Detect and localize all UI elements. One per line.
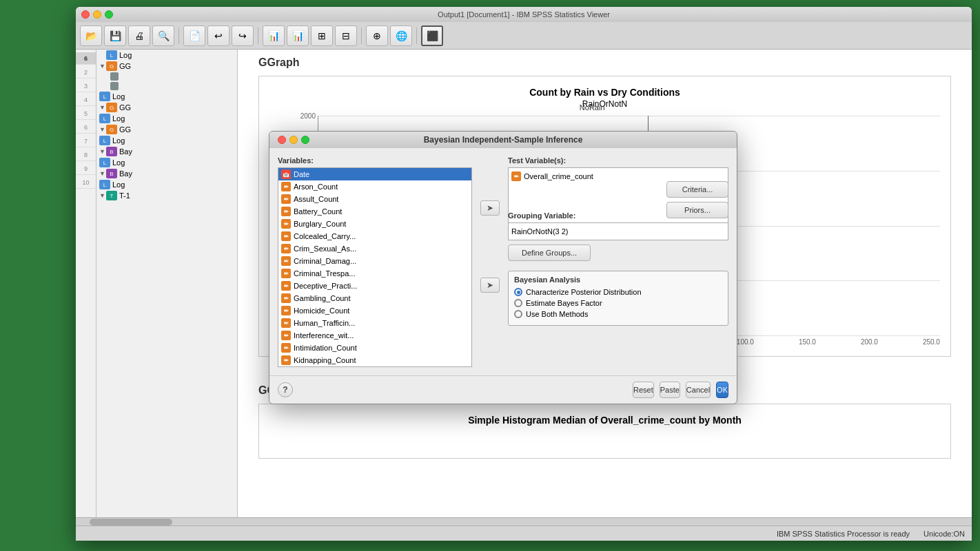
var-item-10[interactable]: ✏Gambling_Count <box>278 292 471 304</box>
help-btn[interactable]: ? <box>278 382 293 397</box>
radio-estimate-dot[interactable] <box>514 299 522 307</box>
sidebar-log-label2: Log <box>112 92 125 101</box>
var-item-5[interactable]: ✏Colcealed_Carry... <box>278 230 471 242</box>
criteria-btn[interactable]: Criteria... <box>666 181 728 198</box>
sidebar-log-label4: Log <box>112 136 125 145</box>
toolbar-globe[interactable]: 🌐 <box>390 25 412 46</box>
var-item-13[interactable]: ✏Interference_wit... <box>278 329 471 342</box>
var-item-4[interactable]: ✏Burglary_Count <box>278 218 471 230</box>
minimize-button[interactable] <box>93 10 101 19</box>
toolbar-pivot[interactable]: ⊕ <box>366 25 388 46</box>
var-label-7: Criminal_Damag... <box>294 257 356 265</box>
ok-btn[interactable]: OK <box>716 382 728 398</box>
sidebar-sub-icon2 <box>110 82 119 90</box>
toolbar-export[interactable]: 📄 <box>183 25 205 46</box>
grouping-variable-input[interactable] <box>508 222 728 240</box>
toolbar-table[interactable]: ⊞ <box>311 25 333 46</box>
sidebar-item-log6[interactable]: L Log <box>96 179 237 190</box>
toolbar-chart1[interactable]: 📊 <box>263 25 285 46</box>
sidebar-arrow-t1: ▼ <box>99 192 106 199</box>
sidebar-item-gg3[interactable]: ▼ G GG <box>96 124 237 135</box>
sidebar-gg-label3: GG <box>119 125 131 134</box>
sidebar-item-gg1[interactable]: ▼ G GG <box>96 61 237 72</box>
toolbar-redo[interactable]: ↪ <box>232 25 254 46</box>
sidebar-log-label5: Log <box>112 158 125 167</box>
status-bar: IBM SPSS Statistics Processor is ready U… <box>76 526 972 541</box>
modal-max-btn[interactable] <box>301 136 309 144</box>
sidebar-item-log2[interactable]: L Log <box>96 91 237 102</box>
sidebar-item-log4[interactable]: L Log <box>96 135 237 146</box>
toolbar-save[interactable]: 💾 <box>104 25 126 46</box>
move-to-test-btn[interactable]: ➤ <box>480 200 500 216</box>
toolbar-grid[interactable]: ⊟ <box>335 25 357 46</box>
sidebar-sub2[interactable] <box>96 81 237 91</box>
toolbar-search[interactable]: 🔍 <box>152 25 174 46</box>
variables-list[interactable]: 📅Date✏Arson_Count✏Assult_Count✏Battery_C… <box>278 167 472 367</box>
var-item-7[interactable]: ✏Criminal_Damag... <box>278 255 471 267</box>
sidebar-log-icon6: L <box>99 180 110 189</box>
reset-btn[interactable]: Reset <box>633 382 654 398</box>
toolbar-open[interactable]: 📂 <box>80 25 102 46</box>
x-label-150r: 150.0 <box>799 338 816 346</box>
var-item-2[interactable]: ✏Assult_Count <box>278 193 471 205</box>
bayesian-dialog[interactable]: Bayesian Independent-Sample Inference Va… <box>269 131 737 404</box>
var-item-0[interactable]: 📅Date <box>278 168 471 180</box>
toolbar-print[interactable]: 🖨 <box>128 25 150 46</box>
radio-both[interactable]: Use Both Methods <box>514 310 722 318</box>
radio-both-dot[interactable] <box>514 310 522 318</box>
sidebar-item-log3[interactable]: L Log <box>96 113 237 124</box>
var-item-14[interactable]: ✏Intimidation_Count <box>278 342 471 354</box>
var-label-14: Intimidation_Count <box>294 344 357 352</box>
close-button[interactable] <box>81 10 90 19</box>
sidebar-arrow-gg3: ▼ <box>99 126 106 133</box>
sidebar-sub1[interactable] <box>96 72 237 81</box>
var-item-8[interactable]: ✏Criminal_Trespa... <box>278 267 471 280</box>
paste-btn[interactable]: Paste <box>660 382 680 398</box>
radio-estimate[interactable]: Estimate Bayes Factor <box>514 299 722 307</box>
var-icon-8: ✏ <box>281 269 291 278</box>
modal-close-btn[interactable] <box>278 136 286 144</box>
var-item-15[interactable]: ✏Kidnapping_Count <box>278 354 471 366</box>
var-item-12[interactable]: ✏Human_Trafficin... <box>278 317 471 329</box>
var-label-1: Arson_Count <box>294 183 338 191</box>
var-icon-5: ✏ <box>281 231 291 241</box>
cancel-btn[interactable]: Cancel <box>686 382 711 398</box>
var-icon-7: ✏ <box>281 256 291 266</box>
sidebar-item-t1[interactable]: ▼ T T-1 <box>96 190 237 201</box>
sidebar-item-log1[interactable]: L Log <box>96 50 237 61</box>
modal-variables-panel: Variables: 📅Date✏Arson_Count✏Assult_Coun… <box>278 156 472 367</box>
row-num-6: 6 <box>76 121 96 134</box>
scrollbar-thumb[interactable] <box>90 519 172 526</box>
toolbar-chart2[interactable]: 📊 <box>287 25 309 46</box>
var-item-3[interactable]: ✏Battery_Count <box>278 205 471 218</box>
sidebar-sub-icon1 <box>110 72 119 81</box>
toolbar-sep-1 <box>178 28 179 44</box>
row-num-5: 5 <box>76 107 96 120</box>
var-label-2: Assult_Count <box>294 195 338 203</box>
toolbar-undo[interactable]: ↩ <box>207 25 229 46</box>
sidebar-arrow-gg1: ▼ <box>99 63 106 70</box>
define-groups-btn[interactable]: Define Groups... <box>508 245 591 261</box>
var-item-6[interactable]: ✏Crim_Sexual_As... <box>278 242 471 255</box>
sidebar: L Log ▼ G GG L Log ▼ G GG <box>96 50 238 517</box>
sidebar-item-bay2[interactable]: ▼ B Bay <box>96 168 237 179</box>
sidebar-gg-icon3: G <box>106 125 117 134</box>
modal-min-btn[interactable] <box>289 136 298 144</box>
horizontal-scrollbar[interactable] <box>76 517 972 526</box>
sidebar-item-log5[interactable]: L Log <box>96 157 237 168</box>
toolbar-record[interactable]: ⬛ <box>421 25 443 46</box>
sidebar-item-gg2[interactable]: ▼ G GG <box>96 102 237 113</box>
var-item-9[interactable]: ✏Deceptive_Practi... <box>278 280 471 292</box>
var-item-11[interactable]: ✏Homicide_Count <box>278 304 471 317</box>
row-num-9: 9 <box>76 163 96 175</box>
sidebar-t1-label: T-1 <box>119 191 130 200</box>
radio-both-label: Use Both Methods <box>526 310 589 318</box>
sidebar-item-bay1[interactable]: ▼ B Bay <box>96 146 237 157</box>
move-to-grouping-btn[interactable]: ➤ <box>480 278 500 293</box>
sidebar-log-icon3: L <box>99 114 110 123</box>
var-item-1[interactable]: ✏Arson_Count <box>278 180 471 193</box>
maximize-button[interactable] <box>105 10 113 19</box>
radio-characterize[interactable]: Characterize Posterior Distribution <box>514 288 722 296</box>
radio-characterize-dot[interactable] <box>514 288 522 296</box>
processor-status: IBM SPSS Statistics Processor is ready <box>777 530 910 538</box>
